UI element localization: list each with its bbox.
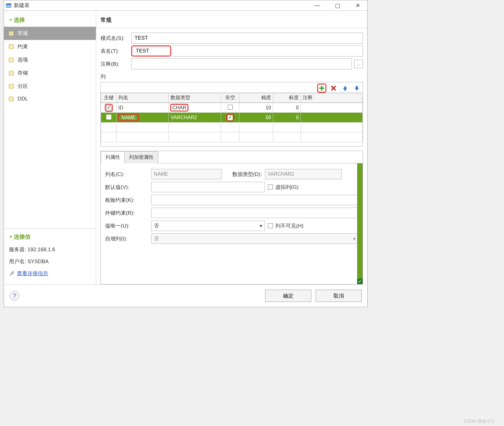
sidebar-select-header[interactable]: 选择 bbox=[4, 13, 96, 27]
move-up-button[interactable] bbox=[341, 84, 350, 93]
cell-name[interactable]: NAME bbox=[118, 114, 139, 121]
table-name-input-rest[interactable] bbox=[172, 45, 363, 57]
attr-default-label: 默认值(V): bbox=[105, 184, 148, 191]
table-row-empty[interactable] bbox=[101, 123, 363, 132]
table-row-empty[interactable] bbox=[101, 132, 363, 142]
tab-encrypt[interactable]: 列加密属性 bbox=[124, 151, 158, 163]
th-name[interactable]: 列名 bbox=[116, 93, 169, 103]
titlebar: 新建表 — ▢ ✕ bbox=[4, 0, 367, 11]
notnull-checkbox[interactable] bbox=[228, 105, 233, 110]
svg-rect-4 bbox=[9, 31, 14, 36]
page-icon bbox=[8, 96, 14, 102]
plug-icon bbox=[9, 271, 14, 276]
page-icon bbox=[8, 31, 14, 36]
chevron-down-icon: ▾ bbox=[353, 236, 356, 242]
th-scale[interactable]: 标度 bbox=[273, 93, 301, 103]
attr-colname-input[interactable] bbox=[151, 169, 222, 179]
attr-autoinc-value: 否 bbox=[154, 236, 159, 242]
th-comment[interactable]: 注释 bbox=[301, 93, 363, 103]
attributes-panel: 列名(C): 数据类型(D): 默认值(V): 虚拟列(G) bbox=[101, 163, 363, 284]
tab-attributes[interactable]: 列属性 bbox=[101, 151, 125, 163]
server-row: 服务器: 192.168.1.6 bbox=[4, 244, 96, 256]
sidebar-item-ddl[interactable]: DDL bbox=[4, 93, 96, 105]
table-header-row: 主键 列名 数据类型 非空 精度 标度 注释 bbox=[101, 93, 363, 103]
attr-fk-input[interactable] bbox=[151, 208, 358, 218]
invisible-checkbox[interactable] bbox=[268, 223, 273, 228]
dialog-window: 新建表 — ▢ ✕ 选择 常规 约束 选项 bbox=[4, 0, 368, 307]
sidebar-item-constraint[interactable]: 约束 bbox=[4, 40, 96, 53]
svg-rect-9 bbox=[9, 71, 14, 75]
comment-input[interactable] bbox=[131, 58, 352, 69]
move-down-button[interactable] bbox=[352, 84, 361, 93]
attr-check-label: 检验约束(K): bbox=[105, 197, 148, 204]
minimize-button[interactable]: — bbox=[313, 2, 322, 9]
window-icon bbox=[6, 3, 11, 8]
page-icon bbox=[8, 44, 14, 49]
th-notnull[interactable]: 非空 bbox=[221, 93, 239, 103]
sidebar-item-partition[interactable]: 分区 bbox=[4, 80, 96, 93]
attr-fk-label: 外键约束(R): bbox=[105, 209, 148, 217]
attr-default-input[interactable] bbox=[151, 182, 265, 192]
sidebar-item-label: 常规 bbox=[18, 30, 28, 37]
user-value: SYSDBA bbox=[27, 259, 49, 264]
cell-type[interactable]: CHAR bbox=[171, 104, 188, 111]
columns-grid: 主键 列名 数据类型 非空 精度 标度 注释 ID CHAR 10 bbox=[100, 82, 363, 147]
connection-header[interactable]: 连接信 bbox=[4, 230, 96, 244]
window-title: 新建表 bbox=[14, 2, 313, 9]
sidebar-item-label: 存储 bbox=[18, 69, 28, 76]
close-button[interactable]: ✕ bbox=[353, 2, 362, 9]
cell-name[interactable]: ID bbox=[116, 103, 169, 113]
attr-datatype-input[interactable] bbox=[265, 169, 342, 179]
virtual-checkbox[interactable] bbox=[268, 185, 273, 190]
attr-check-input[interactable] bbox=[151, 195, 358, 205]
cell-scale[interactable]: 0 bbox=[273, 103, 301, 113]
sidebar-item-label: 选项 bbox=[18, 56, 28, 63]
page-icon bbox=[8, 70, 14, 76]
scroll-down-icon[interactable]: ✓ bbox=[357, 279, 363, 284]
cell-precision[interactable]: 10 bbox=[239, 103, 273, 113]
delete-column-button[interactable] bbox=[329, 84, 338, 93]
sidebar-item-storage[interactable]: 存储 bbox=[4, 66, 96, 80]
cell-scale[interactable]: 0 bbox=[273, 113, 301, 123]
help-button[interactable]: ? bbox=[10, 291, 19, 301]
maximize-button[interactable]: ▢ bbox=[333, 2, 342, 9]
sidebar-item-options[interactable]: 选项 bbox=[4, 53, 96, 66]
pk-checkbox[interactable] bbox=[106, 115, 111, 119]
comment-more-button[interactable]: … bbox=[354, 60, 363, 68]
server-value: 192.168.1.6 bbox=[27, 247, 55, 252]
svg-rect-1 bbox=[6, 4, 11, 5]
th-pk[interactable]: 主键 bbox=[101, 93, 116, 103]
cell-type[interactable]: VARCHAR2 bbox=[169, 113, 221, 123]
attr-datatype-label: 数据类型(D): bbox=[225, 171, 262, 178]
cell-comment[interactable] bbox=[301, 113, 363, 123]
invisible-label: 列不可见(H) bbox=[275, 222, 304, 229]
attr-autoinc-select[interactable]: 否▾ bbox=[151, 233, 358, 244]
attr-colname-label: 列名(C): bbox=[105, 171, 148, 178]
cancel-button[interactable]: 取消 bbox=[316, 290, 362, 302]
view-connection-link[interactable]: 查看连接信息 bbox=[4, 268, 96, 279]
scrollbar[interactable] bbox=[357, 163, 363, 284]
svg-rect-14 bbox=[319, 88, 324, 89]
sidebar-item-label: 约束 bbox=[18, 43, 28, 50]
table-row[interactable]: NAME VARCHAR2 50 0 bbox=[101, 113, 363, 123]
th-precision[interactable]: 精度 bbox=[239, 93, 273, 103]
schema-input[interactable] bbox=[131, 33, 363, 44]
attr-unique-select[interactable]: 否▾ bbox=[151, 221, 265, 231]
sidebar-item-general[interactable]: 常规 bbox=[4, 27, 96, 40]
column-details: 列属性 列加密属性 列名(C): 数据类型(D): 默认值(V): bbox=[100, 151, 363, 284]
table-name-input[interactable] bbox=[133, 46, 170, 56]
add-column-button[interactable] bbox=[317, 84, 326, 93]
sidebar-item-label: 分区 bbox=[18, 83, 28, 90]
cell-precision[interactable]: 50 bbox=[239, 113, 273, 123]
table-row[interactable]: ID CHAR 10 0 bbox=[101, 103, 363, 113]
page-icon bbox=[8, 57, 14, 63]
pk-checkbox[interactable] bbox=[106, 105, 111, 110]
notnull-checkbox[interactable] bbox=[228, 115, 233, 120]
th-type[interactable]: 数据类型 bbox=[169, 93, 221, 103]
attr-autoinc-label: 自增列(I): bbox=[105, 235, 148, 242]
comment-label: 注释(B): bbox=[100, 61, 129, 68]
table-name-label: 表名(T): bbox=[100, 48, 129, 55]
ok-button[interactable]: 确定 bbox=[265, 290, 311, 302]
attr-unique-label: 值唯一(U): bbox=[105, 222, 148, 229]
cell-comment[interactable] bbox=[301, 103, 363, 113]
